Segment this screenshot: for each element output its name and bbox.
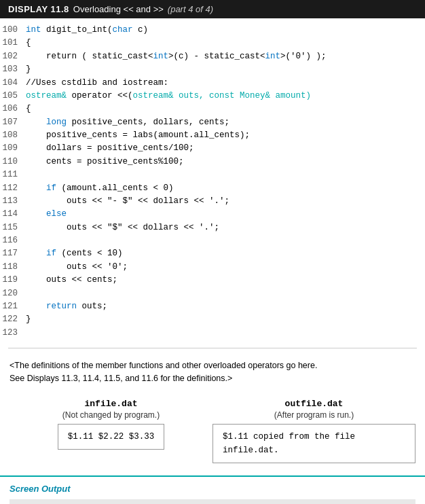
code-line: 123: [0, 327, 425, 340]
code-line: 102 return ( static_cast<int>(c) - stati…: [0, 50, 425, 63]
code-line: 101{: [0, 37, 425, 50]
line-content: cents = positive_cents%100;: [26, 156, 425, 168]
line-number: 103: [0, 63, 26, 76]
code-line: 109 dollars = positive_cents/100;: [0, 142, 425, 155]
header: DISPLAY 11.8 Overloading << and >> (part…: [0, 0, 425, 18]
line-content: [26, 168, 425, 181]
code-line: 108 positive_cents = labs(amount.all_cen…: [0, 129, 425, 142]
line-number: 115: [0, 221, 26, 234]
line-number: 113: [0, 195, 26, 208]
infile-box: $1.11 $2.22 $3.33: [58, 424, 165, 450]
line-content: [26, 287, 425, 300]
outfile-subtitle: (After program is run.): [274, 410, 354, 420]
prose-line2: See Displays 11.3, 11.4, 11.5, and 11.6 …: [10, 374, 232, 383]
outfile-box: $1.11 copied from the file infile.dat.: [212, 424, 415, 463]
line-number: 122: [0, 313, 26, 326]
line-content: positive_cents = labs(amount.all_cents);: [26, 129, 425, 142]
line-number: 112: [0, 182, 26, 195]
line-content: long positive_cents, dollars, cents;: [26, 116, 425, 129]
line-number: 120: [0, 287, 26, 300]
line-number: 116: [0, 234, 26, 247]
line-number: 106: [0, 103, 26, 115]
line-number: 119: [0, 274, 26, 287]
prose-section: <The definitions of the member functions…: [0, 355, 425, 392]
line-number: 100: [0, 24, 26, 37]
line-content: else: [26, 208, 425, 221]
infile-subtitle: (Not changed by program.): [62, 410, 160, 420]
line-number: 123: [0, 327, 26, 340]
screen-output-section: Screen Output $1.11 copied from the file…: [0, 475, 425, 505]
line-number: 109: [0, 142, 26, 155]
line-number: 114: [0, 208, 26, 221]
code-line: 100int digit_to_int(char c): [0, 24, 425, 37]
line-content: if (cents < 10): [26, 247, 425, 260]
code-line: 120: [0, 287, 425, 300]
code-line: 104//Uses cstdlib and iostream:: [0, 77, 425, 90]
code-line: 117 if (cents < 10): [0, 247, 425, 260]
line-content: return outs;: [26, 300, 425, 313]
line-number: 105: [0, 90, 26, 103]
line-content: return ( static_cast<int>(c) - static_ca…: [26, 50, 425, 63]
code-line: 122}: [0, 313, 425, 326]
code-line: 121 return outs;: [0, 300, 425, 313]
line-content: outs << '0';: [26, 261, 425, 274]
code-block: 100int digit_to_int(char c)101{102 retur…: [0, 18, 425, 345]
line-number: 121: [0, 300, 26, 313]
line-content: }: [26, 63, 425, 76]
line-number: 102: [0, 50, 26, 63]
line-content: {: [26, 37, 425, 50]
line-content: [26, 327, 425, 340]
code-line: 116: [0, 234, 425, 247]
header-label: DISPLAY 11.8: [8, 4, 69, 14]
line-content: outs << cents;: [26, 274, 425, 287]
outfile-col: outfile.dat (After program is run.) $1.1…: [212, 399, 415, 463]
line-content: outs << "- $" << dollars << '.';: [26, 195, 425, 208]
header-title: Overloading << and >>: [73, 4, 164, 14]
code-line: 113 outs << "- $" << dollars << '.';: [0, 195, 425, 208]
screen-output-label: Screen Output: [10, 484, 415, 494]
code-line: 112 if (amount.all_cents < 0): [0, 182, 425, 195]
line-number: 117: [0, 247, 26, 260]
line-number: 118: [0, 261, 26, 274]
line-number: 110: [0, 156, 26, 168]
line-content: //Uses cstdlib and iostream:: [26, 77, 425, 90]
line-content: {: [26, 103, 425, 115]
line-number: 101: [0, 37, 26, 50]
code-line: 114 else: [0, 208, 425, 221]
code-line: 119 outs << cents;: [0, 274, 425, 287]
code-line: 106{: [0, 103, 425, 115]
code-line: 105ostream& operator <<(ostream& outs, c…: [0, 90, 425, 103]
code-line: 103}: [0, 63, 425, 76]
infile-title: infile.dat: [84, 399, 137, 409]
line-number: 107: [0, 116, 26, 129]
divider1: [8, 348, 417, 348]
line-number: 104: [0, 77, 26, 90]
io-section: infile.dat (Not changed by program.) $1.…: [0, 392, 425, 470]
code-line: 118 outs << '0';: [0, 261, 425, 274]
line-content: outs << "$" << dollars << '.';: [26, 221, 425, 234]
line-content: dollars = positive_cents/100;: [26, 142, 425, 155]
code-line: 111: [0, 168, 425, 181]
code-line: 110 cents = positive_cents%100;: [0, 156, 425, 168]
code-line: 107 long positive_cents, dollars, cents;: [0, 116, 425, 129]
line-content: }: [26, 313, 425, 326]
header-subtitle: (part 4 of 4): [168, 4, 213, 14]
line-number: 111: [0, 168, 26, 181]
code-line: 115 outs << "$" << dollars << '.';: [0, 221, 425, 234]
line-content: [26, 234, 425, 247]
infile-col: infile.dat (Not changed by program.) $1.…: [10, 399, 212, 450]
screen-output-box: $1.11 copied from the file infile.dat.: [10, 499, 415, 505]
outfile-title: outfile.dat: [285, 399, 344, 409]
prose-line1: <The definitions of the member functions…: [10, 361, 317, 370]
line-number: 108: [0, 129, 26, 142]
line-content: int digit_to_int(char c): [26, 24, 425, 37]
line-content: if (amount.all_cents < 0): [26, 182, 425, 195]
line-content: ostream& operator <<(ostream& outs, cons…: [26, 90, 425, 103]
